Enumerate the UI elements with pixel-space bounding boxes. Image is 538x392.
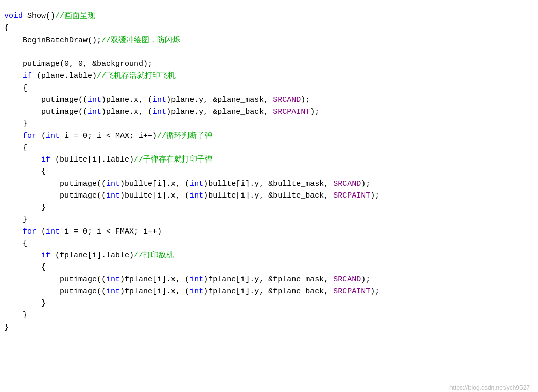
line-25: } bbox=[4, 297, 530, 309]
watermark: https://blog.csdn.net/ych9527 bbox=[449, 383, 530, 392]
line-12: { bbox=[4, 142, 530, 154]
line-13: if (bullte[i].lable)//子弹存在就打印子弹 bbox=[4, 154, 530, 166]
code-block: void Show()//画面呈现 { BeginBatchDraw();//双… bbox=[0, 6, 538, 392]
line-2: { bbox=[4, 22, 530, 34]
line-6: if (plane.lable)//飞机存活就打印飞机 bbox=[4, 70, 530, 82]
line-22: { bbox=[4, 261, 530, 273]
line-7: { bbox=[4, 82, 530, 94]
line-19: for (int i = 0; i < FMAX; i++) bbox=[4, 226, 530, 238]
line-3: BeginBatchDraw();//双缓冲绘图，防闪烁 bbox=[4, 34, 530, 46]
line-17: } bbox=[4, 202, 530, 213]
line-24: putimage((int)fplane[i].x, (int)fplane[i… bbox=[4, 286, 530, 297]
line-8: putimage((int)plane.x, (int)plane.y, &pl… bbox=[4, 94, 530, 106]
line-27: } bbox=[4, 322, 530, 333]
line-16: putimage((int)bullte[i].x, (int)bullte[i… bbox=[4, 190, 530, 202]
line-11: for (int i = 0; i < MAX; i++)//循环判断子弹 bbox=[4, 130, 530, 142]
line-26: } bbox=[4, 309, 530, 321]
line-15: putimage((int)bullte[i].x, (int)bullte[i… bbox=[4, 178, 530, 190]
line-23: putimage((int)fplane[i].x, (int)fplane[i… bbox=[4, 274, 530, 286]
line-20: { bbox=[4, 238, 530, 250]
line-1: void Show()//画面呈现 bbox=[4, 10, 530, 22]
line-9: putimage((int)plane.x, (int)plane.y, &pl… bbox=[4, 106, 530, 118]
line-5: putimage(0, 0, &background); bbox=[4, 58, 530, 70]
line-14: { bbox=[4, 166, 530, 177]
line-18: } bbox=[4, 213, 530, 225]
line-4 bbox=[4, 46, 530, 58]
line-21: if (fplane[i].lable)//打印敌机 bbox=[4, 250, 530, 261]
line-10: } bbox=[4, 118, 530, 130]
